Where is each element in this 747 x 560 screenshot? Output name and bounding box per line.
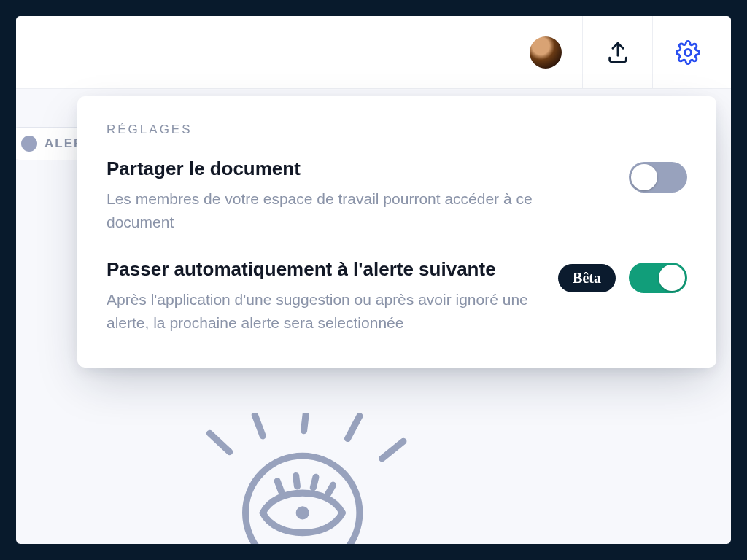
svg-point-11 xyxy=(296,506,309,519)
setting-controls: Bêta xyxy=(558,258,687,293)
setting-desc-share: Les membres de votre espace de travail p… xyxy=(107,187,573,233)
svg-line-8 xyxy=(296,475,298,486)
toggle-autonext[interactable] xyxy=(629,262,687,293)
toggle-knob xyxy=(631,164,657,190)
svg-line-1 xyxy=(209,433,229,451)
svg-point-6 xyxy=(246,456,360,544)
toggle-share[interactable] xyxy=(629,162,687,192)
upload-icon xyxy=(605,40,630,65)
toggle-knob xyxy=(659,265,685,291)
svg-point-0 xyxy=(684,49,691,55)
svg-line-10 xyxy=(328,485,333,494)
setting-desc-autonext: Après l'application d'une suggestion ou … xyxy=(107,288,541,334)
svg-line-5 xyxy=(382,441,403,459)
upload-button[interactable] xyxy=(582,16,652,89)
app-frame: ALERT RÉGLAGES Partager le document Les … xyxy=(16,16,731,544)
settings-panel: RÉGLAGES Partager le document Les membre… xyxy=(77,96,716,368)
gear-icon xyxy=(676,40,700,65)
eye-doodle-icon xyxy=(147,413,498,544)
setting-row-share: Partager le document Les membres de votr… xyxy=(107,158,687,233)
setting-row-autonext: Passer automatiquement à l'alerte suivan… xyxy=(107,258,687,334)
setting-text: Partager le document Les membres de votr… xyxy=(107,158,573,233)
alert-dot-icon xyxy=(21,136,37,152)
beta-badge: Bêta xyxy=(558,264,616,292)
svg-line-4 xyxy=(348,416,360,439)
panel-heading: RÉGLAGES xyxy=(107,122,687,137)
svg-line-2 xyxy=(255,415,263,436)
avatar[interactable] xyxy=(530,36,562,69)
topbar xyxy=(16,16,731,89)
svg-line-3 xyxy=(304,413,307,431)
setting-text: Passer automatiquement à l'alerte suivan… xyxy=(107,258,541,334)
svg-line-7 xyxy=(277,481,281,492)
setting-title-autonext: Passer automatiquement à l'alerte suivan… xyxy=(107,258,541,281)
settings-button[interactable] xyxy=(652,16,722,89)
setting-controls xyxy=(629,158,687,192)
setting-title-share: Partager le document xyxy=(107,158,573,180)
svg-line-9 xyxy=(313,477,316,488)
